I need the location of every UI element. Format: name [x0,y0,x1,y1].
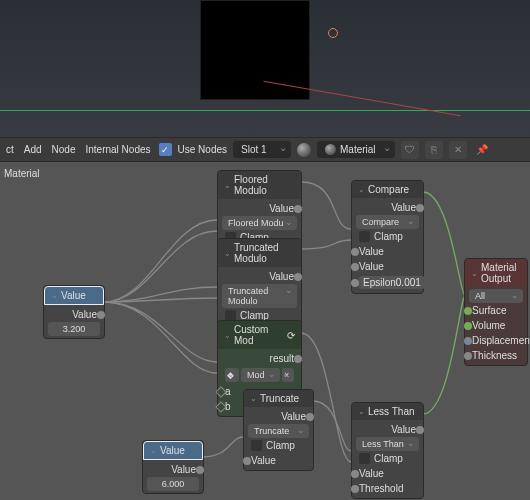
socket-label: Value [391,424,416,435]
menu-node[interactable]: Node [50,140,78,159]
node-compare[interactable]: ⌄Compare Value Compare Clamp Value Value… [351,180,424,294]
output-socket[interactable] [416,426,424,434]
socket-label: Value [269,203,294,214]
viewport-3d[interactable] [0,0,530,137]
socket-label: Threshold [359,483,403,494]
use-nodes-label: Use Nodes [178,144,227,155]
socket-label: Value [391,202,416,213]
node-title: Truncate [260,393,299,404]
output-socket[interactable] [196,466,204,474]
clamp-label: Clamp [374,453,403,464]
socket-label: Value [359,468,384,479]
clamp-checkbox[interactable] [251,440,262,451]
epsilon-value[interactable]: 0.001 [396,277,421,288]
clamp-label: Clamp [374,231,403,242]
node-title: Value [160,445,185,456]
output-socket[interactable] [294,205,302,213]
chevron-down-icon: ⌄ [471,269,478,278]
socket-label: Value [171,464,196,475]
node-editor-canvas[interactable]: Material ⌄Value Value 3.200 ⌄Floored Mod… [0,162,530,500]
socket-label: Displacement [472,335,530,346]
chevron-down-icon: ⌄ [51,291,58,300]
material-dropdown[interactable]: Material [317,141,395,158]
input-socket[interactable] [351,470,359,478]
socket-label: Value [269,271,294,282]
epsilon-label: Epsilon [363,277,396,288]
sphere-icon [325,144,336,155]
node-group-icon[interactable]: ⟳ [287,330,295,341]
use-nodes-checkbox[interactable]: ✓ [159,143,172,156]
group-icon[interactable]: ◆ [225,368,239,382]
material-preview-icon [297,143,311,157]
grid-line-y [0,110,530,111]
material-label: Material [4,168,40,179]
group-dropdown[interactable]: Mod [241,368,280,382]
target-dropdown[interactable]: All [469,289,523,303]
unlink-icon[interactable]: × [282,368,294,382]
chevron-down-icon: ⌄ [224,181,231,190]
menu-add[interactable]: Add [22,140,44,159]
node-value-1[interactable]: ⌄Value Value 3.200 [43,285,105,339]
socket-label: Thickness [472,350,517,361]
node-title: Value [61,290,86,301]
thickness-socket[interactable] [464,352,472,360]
pin-button[interactable]: 📌 [473,141,491,159]
node-title: Less Than [368,406,415,417]
node-truncate[interactable]: ⌄Truncate Value Truncate Clamp Value [243,389,314,471]
operation-dropdown[interactable]: Compare [356,215,419,229]
output-socket[interactable] [294,273,302,281]
duplicate-button[interactable]: ⎘ [425,141,443,159]
surface-socket[interactable] [464,307,472,315]
input-socket[interactable] [351,248,359,256]
node-material-output[interactable]: ⌄Material Output All Surface Volume Disp… [464,258,528,366]
chevron-down-icon: ⌄ [224,249,231,258]
operation-dropdown[interactable]: Truncated Modulo [222,284,297,308]
fake-user-button[interactable]: 🛡 [401,141,419,159]
slot-dropdown[interactable]: Slot 1 [233,141,291,158]
chevron-down-icon: ⌄ [150,446,157,455]
node-editor-header: ct Add Node Internal Nodes ✓ Use Nodes S… [0,137,530,162]
node-less-than[interactable]: ⌄Less Than Value Less Than Clamp Value T… [351,402,424,499]
chevron-down-icon: ⌄ [224,331,231,340]
menu-select[interactable]: ct [4,140,16,159]
socket-label: Value [72,309,97,320]
node-title: Truncated Modulo [234,242,295,264]
node-value-2[interactable]: ⌄Value Value 6.000 [142,440,204,494]
menu-internal-nodes[interactable]: Internal Nodes [83,140,152,159]
output-socket[interactable] [416,204,424,212]
clamp-checkbox[interactable] [359,231,370,242]
unlink-button[interactable]: ✕ [449,141,467,159]
chevron-down-icon: ⌄ [358,407,365,416]
value-field[interactable]: 3.200 [48,322,100,336]
input-socket[interactable] [351,279,359,287]
input-socket[interactable] [351,263,359,271]
node-title: Floored Modulo [234,174,295,196]
operation-dropdown[interactable]: Truncate [248,424,309,438]
operation-dropdown[interactable]: Floored Modu [222,216,297,230]
value-field[interactable]: 6.000 [147,477,199,491]
clamp-checkbox[interactable] [359,453,370,464]
pivot-icon [328,28,338,38]
socket-label: Volume [472,320,505,331]
material-name: Material [340,144,376,155]
socket-label: Value [251,455,276,466]
node-title: Compare [368,184,409,195]
input-socket[interactable] [243,457,251,465]
output-socket[interactable] [306,413,314,421]
operation-dropdown[interactable]: Less Than [356,437,419,451]
input-socket[interactable] [351,485,359,493]
volume-socket[interactable] [464,322,472,330]
output-socket[interactable] [294,355,302,363]
displacement-socket[interactable] [464,337,472,345]
chevron-down-icon: ⌄ [358,185,365,194]
socket-label: result [270,353,294,364]
node-title: Custom Mod [234,324,284,346]
output-socket[interactable] [97,311,105,319]
socket-label: Value [359,261,384,272]
clamp-label: Clamp [266,440,295,451]
socket-label: Value [281,411,306,422]
chevron-down-icon: ⌄ [250,394,257,403]
socket-label: Surface [472,305,506,316]
node-title: Material Output [481,262,521,284]
socket-label: Value [359,246,384,257]
